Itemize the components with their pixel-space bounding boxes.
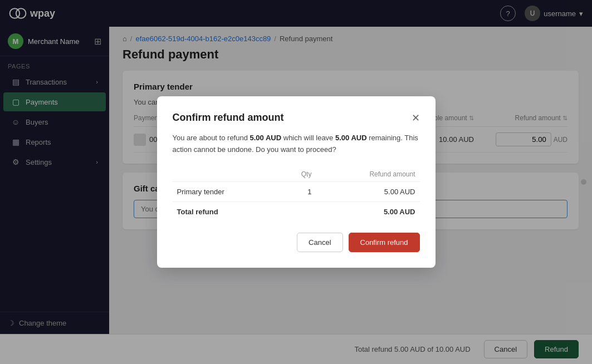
modal-total-amount: 5.00 AUD — [316, 201, 419, 222]
modal-col-item — [173, 167, 280, 182]
modal-row-label: Primary tender — [173, 181, 280, 201]
modal-row-amount: 5.00 AUD — [316, 181, 419, 201]
modal-total-row: Total refund 5.00 AUD — [173, 201, 420, 222]
modal-col-amount: Refund amount — [316, 167, 419, 182]
modal-footer: Cancel Confirm refund — [173, 233, 420, 252]
modal-row-qty: 1 — [280, 181, 316, 201]
modal-col-qty: Qty — [280, 167, 316, 182]
refund-amount-bold: 5.00 AUD — [250, 134, 282, 142]
modal-table-row: Primary tender 1 5.00 AUD — [173, 181, 420, 201]
modal-title: Confirm refund amount — [173, 112, 284, 124]
remaining-amount-bold: 5.00 AUD — [335, 134, 367, 142]
modal-table-header-row: Qty Refund amount — [173, 167, 420, 182]
modal-body: You are about to refund 5.00 AUD which w… — [173, 132, 420, 156]
modal-cancel-button[interactable]: Cancel — [297, 233, 343, 252]
modal-confirm-button[interactable]: Confirm refund — [349, 233, 420, 252]
modal-overlay: Confirm refund amount ✕ You are about to… — [0, 0, 592, 364]
modal-table: Qty Refund amount Primary tender 1 5.00 … — [173, 167, 420, 222]
modal-close-button[interactable]: ✕ — [412, 113, 420, 123]
modal-header: Confirm refund amount ✕ — [173, 112, 420, 124]
confirm-refund-modal: Confirm refund amount ✕ You are about to… — [157, 96, 436, 268]
modal-total-label: Total refund — [173, 201, 280, 222]
